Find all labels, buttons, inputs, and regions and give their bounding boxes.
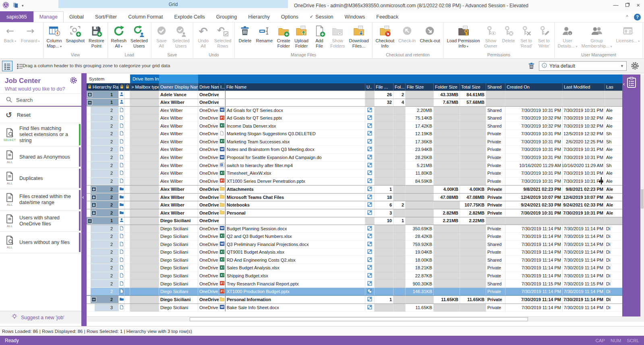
open-external-icon[interactable]	[367, 265, 372, 271]
tab-windows[interactable]: Windows	[339, 11, 371, 22]
grid-row[interactable]: 2Alex WilberOneDriveXIncome Data Denver.…	[87, 122, 623, 130]
tab-hierarchy[interactable]: Hierarchy	[242, 11, 275, 22]
vertical-scrollbar-thumb[interactable]	[641, 189, 644, 209]
column-header-lockA[interactable]	[119, 83, 124, 91]
grid-cell-rank[interactable]: +2	[87, 186, 119, 193]
job-item-1[interactable]: ALLShared as Anonymous	[0, 147, 81, 168]
expand-icon[interactable]: +	[91, 202, 96, 207]
grid-settings-gear-icon[interactable]	[631, 62, 640, 70]
job-item-5[interactable]: ALLUsers without any files	[0, 232, 81, 253]
grid-cell-rank[interactable]: 3	[87, 304, 119, 312]
open-external-icon[interactable]	[367, 249, 372, 255]
grid-row[interactable]: 2Alex WilberOneDriveXTimesheet_AlexW.xls…	[87, 169, 623, 178]
column-header-osize[interactable]: Folder Size	[434, 83, 460, 91]
collapse-icon[interactable]: −	[87, 100, 92, 105]
column-header-file[interactable]: File Name	[225, 83, 365, 91]
grid-cell-link[interactable]	[365, 138, 375, 146]
right-tools-panel[interactable]: ‹	[622, 74, 640, 316]
open-external-icon[interactable]	[367, 131, 372, 136]
job-center-gear-icon[interactable]	[70, 76, 77, 85]
grid-cell-link[interactable]	[365, 209, 375, 217]
load-permission-info-button[interactable]: Load Permission Info ▾	[445, 23, 482, 49]
column-header-created[interactable]: Created On	[505, 83, 563, 91]
open-external-icon[interactable]	[367, 147, 372, 152]
column-header-mailbox[interactable]: > Mailbox type	[130, 83, 159, 91]
open-external-icon[interactable]	[367, 194, 372, 200]
grid-row[interactable]: 2Alex WilberOneDriveMarketing Slogan Sug…	[87, 130, 623, 138]
grid-cell-rank[interactable]: 2	[87, 130, 119, 138]
open-external-icon[interactable]	[367, 163, 372, 168]
column-header-ficon[interactable]: I...	[219, 83, 225, 91]
column-header-owner[interactable]: Owner Display Name	[159, 83, 198, 91]
grid-cell-rank[interactable]: 2	[87, 114, 119, 122]
grid-row[interactable]: 2Alex WilberOneDriveWProposal for Seattl…	[87, 154, 623, 162]
grid-cell-link[interactable]	[365, 107, 375, 114]
horizontal-scrollbar[interactable]	[87, 316, 640, 322]
grid-cell-link[interactable]	[365, 288, 375, 296]
grid-cell-link[interactable]	[365, 225, 375, 233]
column-header-tsize[interactable]: Total Size	[460, 83, 486, 91]
open-external-icon[interactable]	[367, 297, 372, 302]
grid-cell-link[interactable]	[365, 264, 375, 272]
tab-global[interactable]: Global	[64, 11, 89, 22]
checkout-info-button[interactable]: Checkout Info	[374, 23, 396, 48]
job-item-2[interactable]: ALLDuplicates	[0, 168, 81, 189]
close-button[interactable]: ×	[636, 2, 640, 8]
tab-manage[interactable]: Manage	[33, 11, 64, 22]
grid-cell-rank[interactable]: +2	[87, 194, 119, 201]
grid-cell-link[interactable]	[365, 114, 375, 122]
view-profile-select[interactable]: Ytria default ▼	[539, 61, 627, 71]
grid-cell-link[interactable]	[365, 256, 375, 264]
grid-row[interactable]: 2Diego SicilianiOneDriveXSales Budget An…	[87, 264, 623, 272]
grid-row[interactable]: 2Alex WilberOneDriveswitch to hierarchy …	[87, 161, 623, 169]
column-header-modby[interactable]: Las	[605, 83, 623, 91]
job-item-0[interactable]: SELECTFind files matching select extensi…	[0, 123, 81, 147]
tab-sapio365[interactable]: sapio365	[0, 11, 33, 22]
grid-cell-rank[interactable]: 2	[87, 264, 119, 272]
add-file-button[interactable]: Add File	[311, 23, 328, 48]
grid-row[interactable]: 2Diego SicilianiOneDriveWBudget Planning…	[87, 225, 623, 233]
delete-profile-icon[interactable]	[528, 62, 535, 71]
column-header-link[interactable]: U..	[365, 83, 375, 91]
qat-dropdown-icon[interactable]: ▾	[22, 4, 24, 8]
grid-row[interactable]: 2Diego SicilianiOneDriveXRD And Engineer…	[87, 256, 623, 264]
ribbon-collapse-icon[interactable]: ^	[626, 14, 628, 20]
collapse-icon[interactable]: −	[91, 297, 96, 302]
open-external-icon[interactable]	[367, 226, 372, 231]
grid-cell-rank[interactable]: 2	[87, 225, 119, 233]
grid-cell-link[interactable]	[365, 304, 375, 312]
grid-cell-rank[interactable]: +2	[87, 201, 119, 209]
open-external-icon[interactable]	[367, 210, 372, 216]
grid-row[interactable]: 2Diego SicilianiOneDriveXQ2 and Q3 Budge…	[87, 233, 623, 241]
expand-icon[interactable]: +	[91, 211, 96, 215]
grid-cell-link[interactable]	[365, 99, 375, 107]
search-input[interactable]: Search	[0, 93, 81, 107]
grid-cell-link[interactable]	[365, 248, 375, 256]
grid-row[interactable]: 3Diego SicilianiOneDriveWBake Sale Info …	[87, 304, 623, 312]
check-out-button[interactable]: Check-out	[418, 23, 442, 43]
grid-cell-rank[interactable]: 2	[87, 272, 119, 280]
grid-cell-link[interactable]	[365, 272, 375, 280]
open-external-icon[interactable]	[367, 115, 372, 121]
job-item-4[interactable]: ALLUsers with shared OneDrive files	[0, 211, 81, 232]
column-header-files[interactable]: File ...	[375, 83, 393, 91]
new-window-icon[interactable]	[12, 2, 19, 9]
grid-cell-link[interactable]	[365, 178, 375, 186]
grid-cell-rank[interactable]: −1	[87, 99, 119, 107]
grid-cell-link[interactable]	[365, 91, 375, 99]
open-external-icon[interactable]	[367, 305, 372, 310]
grid-cell-rank[interactable]: −2	[87, 296, 119, 304]
open-external-icon[interactable]	[367, 242, 372, 247]
grid-cell-rank[interactable]: 2	[87, 122, 119, 130]
job-item-3[interactable]: ALLFiles created within the date/time ra…	[0, 189, 81, 211]
column-header-lockB[interactable]	[124, 83, 130, 91]
restore-button[interactable]	[625, 3, 629, 7]
open-external-icon[interactable]	[367, 233, 372, 239]
grid-cell-rank[interactable]: 2	[87, 256, 119, 264]
grid-cell-link[interactable]	[365, 233, 375, 241]
grid-row[interactable]: 2Diego SicilianiOneDrivePTrey Research F…	[87, 280, 623, 288]
open-external-icon[interactable]	[367, 170, 372, 176]
grid-cell-link[interactable]	[365, 280, 375, 288]
grid-row[interactable]: 2Alex WilberOneDriveXMarketing Team Succ…	[87, 138, 623, 146]
grid-cell-rank[interactable]: +2	[87, 209, 119, 217]
